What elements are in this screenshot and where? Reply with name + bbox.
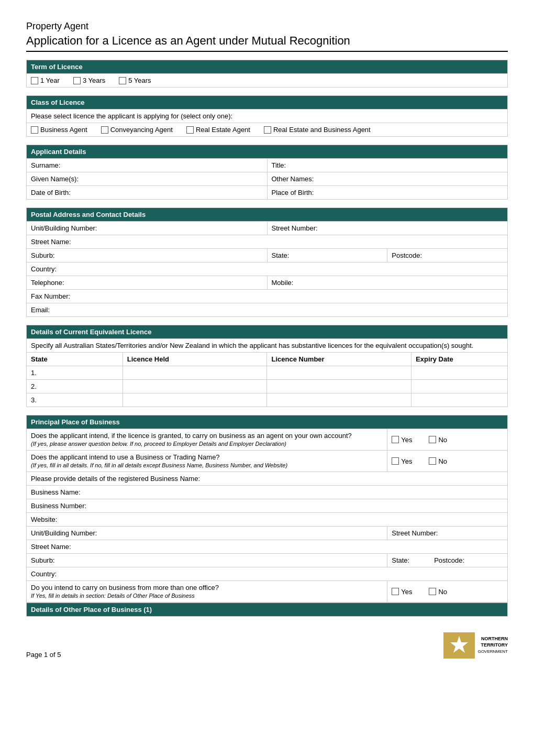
principal-place-header: Principal Place of Business [27, 415, 507, 429]
surname-label: Surname: [31, 161, 60, 169]
business-street-name-label: Street Name: [31, 543, 71, 551]
own-account-yes-checkbox[interactable] [392, 436, 399, 443]
current-licence-section: Details of Current Equivalent Licence Sp… [26, 325, 508, 407]
website-label: Website: [31, 516, 57, 523]
own-account-note: (If yes, please answer question below. I… [31, 441, 286, 447]
licence-row-3: 3. [27, 393, 508, 407]
page-title: Property Agent [26, 21, 508, 32]
nt-logo-text: NORTHERNTERRITORYGOVERNMENT [478, 636, 508, 654]
other-place-section: Details of Other Place of Business (1) [26, 602, 508, 617]
class-options-row: Business Agent Conveyancing Agent Real E… [31, 126, 503, 134]
trading-name-no[interactable]: No [429, 457, 447, 465]
trading-name-yes-checkbox[interactable] [392, 457, 399, 465]
street-number-label: Street Number: [272, 224, 318, 232]
given-names-label: Given Name(s): [31, 175, 79, 183]
state-label: State: [272, 251, 290, 259]
business-detail-label: Please provide details of the registered… [31, 475, 200, 483]
trading-name-yes[interactable]: Yes [392, 457, 412, 465]
suburb-label: Suburb: [31, 251, 55, 259]
class-real-estate-agent[interactable]: Real Estate Agent [186, 126, 250, 134]
more-offices-no-checkbox[interactable] [429, 588, 436, 595]
business-suburb-label: Suburb: [31, 556, 55, 564]
more-than-one-office-question: Do you intend to carry on business from … [31, 584, 219, 591]
term-5-years-label: 5 Years [128, 76, 151, 84]
term-of-licence-section: Term of Licence 1 Year 3 Years 5 Years [26, 60, 508, 87]
title-label: Title: [272, 161, 286, 169]
fax-label: Fax Number: [31, 292, 70, 300]
term-of-licence-header: Term of Licence [27, 60, 507, 73]
current-licence-header: Details of Current Equivalent Licence [27, 325, 507, 338]
term-3-years-label: 3 Years [83, 76, 105, 84]
class-conveyancing-agent-checkbox[interactable] [101, 126, 108, 134]
own-account-question: Does the applicant intend, if the licenc… [31, 432, 352, 440]
own-account-yes[interactable]: Yes [392, 436, 412, 444]
more-offices-no-label: No [438, 588, 447, 596]
other-names-label: Other Names: [272, 175, 314, 183]
class-description: Please select licence the applicant is a… [31, 112, 232, 120]
class-real-estate-business-agent[interactable]: Real Estate and Business Agent [264, 126, 371, 134]
business-unit-label: Unit/Building Number: [31, 529, 97, 537]
term-options-row: 1 Year 3 Years 5 Years [31, 76, 503, 84]
state-col-header: State [31, 355, 48, 363]
term-5-years[interactable]: 5 Years [119, 76, 151, 84]
page-footer: Page 1 of 5 NORTHERNTERRITORYGOVERNMENT [26, 632, 508, 659]
class-business-agent-checkbox[interactable] [31, 126, 38, 134]
term-1-year[interactable]: 1 Year [31, 76, 60, 84]
licence-held-col-header: Licence Held [127, 355, 169, 363]
licence-number-col-header: Licence Number [271, 355, 324, 363]
page-number: Page 1 of 5 [26, 651, 61, 659]
class-of-licence-section: Class of Licence Please select licence t… [26, 95, 508, 137]
nt-logo-svg [446, 634, 472, 657]
licence-row-1: 1. [27, 366, 508, 380]
nt-logo-icon [443, 632, 475, 659]
trading-name-no-checkbox[interactable] [429, 457, 436, 465]
nt-logo: NORTHERNTERRITORYGOVERNMENT [443, 632, 508, 659]
class-real-estate-business-agent-checkbox[interactable] [264, 126, 271, 134]
more-offices-yes[interactable]: Yes [392, 588, 412, 596]
email-label: Email: [31, 306, 50, 314]
principal-place-section: Principal Place of Business Does the app… [26, 415, 508, 602]
applicant-details-header: Applicant Details [27, 145, 507, 158]
more-offices-yes-label: Yes [401, 588, 412, 596]
postal-address-section: Postal Address and Contact Details Unit/… [26, 207, 508, 317]
class-conveyancing-agent[interactable]: Conveyancing Agent [101, 126, 173, 134]
telephone-label: Telephone: [31, 279, 64, 287]
more-than-one-office-yes-no: Yes No [392, 588, 503, 596]
place-of-birth-label: Place of Birth: [272, 189, 314, 196]
expiry-date-col-header: Expiry Date [416, 355, 453, 363]
more-than-one-office-note: If Yes, fill in details in section: Deta… [31, 593, 195, 599]
business-name-label: Business Name: [31, 488, 81, 496]
business-number-label: Business Number: [31, 502, 86, 510]
own-account-yes-no: Yes No [392, 436, 503, 444]
date-of-birth-label: Date of Birth: [31, 189, 71, 196]
own-account-no-checkbox[interactable] [429, 436, 436, 443]
unit-building-label: Unit/Building Number: [31, 224, 97, 232]
more-offices-no[interactable]: No [429, 588, 447, 596]
own-account-yes-label: Yes [401, 436, 412, 444]
current-licence-description: Specify all Australian States/Territorie… [31, 342, 473, 349]
class-business-agent-label: Business Agent [40, 126, 87, 134]
own-account-no-label: No [438, 436, 447, 444]
own-account-no[interactable]: No [429, 436, 447, 444]
class-business-agent[interactable]: Business Agent [31, 126, 87, 134]
class-real-estate-agent-checkbox[interactable] [186, 126, 194, 134]
class-real-estate-agent-label: Real Estate Agent [196, 126, 250, 134]
term-1-year-checkbox[interactable] [31, 77, 38, 84]
term-1-year-label: 1 Year [40, 76, 60, 84]
street-name-label: Street Name: [31, 238, 71, 246]
class-real-estate-business-agent-label: Real Estate and Business Agent [273, 126, 371, 134]
term-3-years-checkbox[interactable] [73, 77, 81, 84]
trading-name-no-label: No [438, 457, 447, 465]
trading-name-yes-no: Yes No [392, 457, 503, 465]
licence-row-2: 2. [27, 380, 508, 393]
business-country-label: Country: [31, 570, 57, 578]
trading-name-yes-label: Yes [401, 457, 412, 465]
term-3-years[interactable]: 3 Years [73, 76, 105, 84]
term-5-years-checkbox[interactable] [119, 77, 126, 84]
mobile-label: Mobile: [272, 279, 294, 287]
country-label: Country: [31, 265, 57, 273]
page-subtitle: Application for a Licence as an Agent un… [26, 34, 508, 52]
class-conveyancing-agent-label: Conveyancing Agent [110, 126, 173, 134]
more-offices-yes-checkbox[interactable] [392, 588, 399, 595]
trading-name-note: (If yes, fill in all details. If no, fil… [31, 462, 287, 468]
